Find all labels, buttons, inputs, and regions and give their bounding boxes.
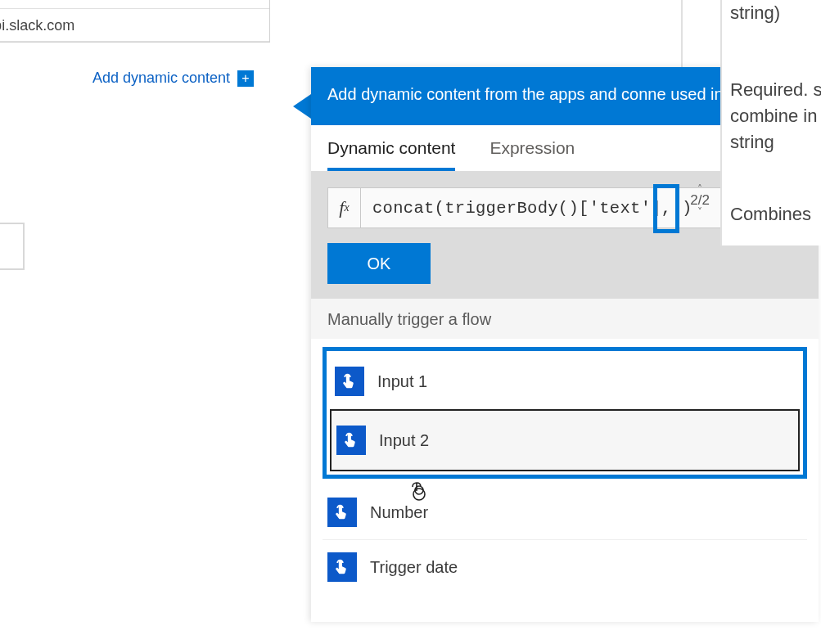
list-item-trigger-date[interactable]: Trigger date xyxy=(323,540,807,594)
help-pane: string) Required. string combine in sing… xyxy=(720,0,821,245)
field-row-top xyxy=(0,0,269,9)
match-counter[interactable]: ˄ 2/2 ˅ xyxy=(690,185,710,217)
list-item-input-2[interactable]: Input 2 xyxy=(330,409,800,471)
add-dynamic-content-label: Add dynamic content xyxy=(92,70,230,86)
field-row-options[interactable] xyxy=(0,9,269,42)
touch-icon xyxy=(327,498,357,527)
help-description: Required. string combine in single strin… xyxy=(730,77,821,155)
touch-icon xyxy=(336,426,366,455)
ok-button[interactable]: OK xyxy=(327,243,431,284)
action-card xyxy=(0,0,270,43)
chevron-down-icon[interactable]: ˅ xyxy=(690,208,710,217)
tab-dynamic-content[interactable]: Dynamic content xyxy=(327,138,455,171)
action-card-below xyxy=(0,223,25,270)
section-manual-trigger: Manually trigger a flow xyxy=(311,299,819,339)
add-dynamic-content-link[interactable]: Add dynamic content + xyxy=(0,70,254,87)
dynamic-items-list: Input 1 Input 2 Number Trigger date xyxy=(311,339,819,622)
vertical-divider xyxy=(681,0,683,67)
list-item-label: Number xyxy=(370,503,428,522)
highlight-annotation-inputs: Input 1 Input 2 xyxy=(323,347,807,479)
list-item-number[interactable]: Number xyxy=(323,485,807,540)
list-item-input-1[interactable]: Input 1 xyxy=(330,354,800,409)
touch-icon xyxy=(327,552,357,582)
fx-icon: fx xyxy=(328,188,361,227)
list-item-label: Input 1 xyxy=(377,372,427,391)
help-more: Combines xyxy=(730,201,821,227)
list-item-label: Trigger date xyxy=(370,558,458,577)
touch-icon xyxy=(335,367,364,396)
list-item-label: Input 2 xyxy=(379,431,429,450)
help-signature: string) xyxy=(730,0,821,26)
options-input[interactable] xyxy=(0,17,261,34)
plus-icon: + xyxy=(237,70,254,87)
callout-pointer-icon xyxy=(293,94,311,119)
tab-expression[interactable]: Expression xyxy=(489,138,575,171)
